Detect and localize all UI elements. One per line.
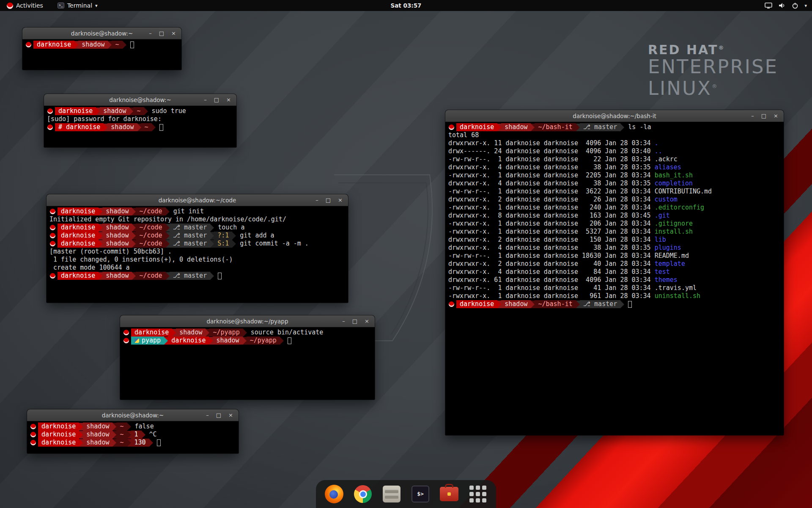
terminal-content[interactable]: darknoiseshadow~ falsedarknoiseshadow~1 …: [27, 421, 239, 453]
prompt-segment-status: 1: [131, 431, 142, 439]
prompt-line: darknoiseshadow~/code⎇ master: [49, 272, 345, 280]
maximize-button[interactable]: □: [352, 315, 357, 327]
maximize-button[interactable]: □: [326, 194, 331, 206]
close-button[interactable]: ×: [365, 315, 369, 327]
prompt-segment-host: shadow: [102, 272, 132, 280]
window-titlebar[interactable]: darknoise@shadow:~ – □ ×: [22, 28, 181, 39]
terminal-cursor: [288, 337, 291, 344]
prompt-segment-host: shadow: [213, 337, 242, 345]
minimize-button[interactable]: –: [342, 315, 345, 327]
powerline-separator: [210, 272, 214, 280]
command-text: touch a: [214, 224, 244, 232]
window-titlebar[interactable]: darknoise@shadow:~ – □ ×: [44, 94, 236, 106]
terminal-content[interactable]: darknoiseshadow~: [22, 39, 181, 70]
ls-metadata: -rwxrwxr-x. 1 darknoise darknoise 2205 J…: [448, 171, 655, 179]
terminal-content[interactable]: darknoiseshadow~/bash-it⎇ master ls -lat…: [445, 122, 784, 435]
ls-metadata: -rwxrwxr-x. 1 darknoise darknoise 206 Ja…: [448, 220, 655, 227]
command-text: git init: [170, 207, 204, 215]
close-button[interactable]: ×: [226, 94, 231, 106]
redhat-prompt-icon: [50, 273, 55, 279]
powerline-separator: [280, 337, 284, 345]
terminal-content[interactable]: darknoiseshadow~/code git initInitialize…: [47, 206, 348, 303]
powerline-separator: [99, 240, 102, 248]
terminal-content[interactable]: darknoiseshadow~ sudo true[sudo] passwor…: [44, 106, 236, 147]
prompt-segment-host: shadow: [83, 439, 112, 447]
powerline-separator: [206, 329, 209, 337]
powerline-separator: [79, 423, 83, 431]
dock-item-toolbox[interactable]: [439, 484, 459, 504]
powerline-separator: [132, 272, 136, 280]
clock[interactable]: Sat 03:57: [0, 2, 812, 9]
prompt-segment-host: shadow: [501, 300, 531, 308]
terminal-window[interactable]: darknoise@shadow:~ – □ × darknoiseshadow…: [27, 409, 239, 453]
powerline-separator: [144, 108, 148, 115]
dock-item-files[interactable]: [382, 484, 401, 504]
close-button[interactable]: ×: [774, 110, 778, 122]
redhat-prompt-icon: [123, 330, 129, 335]
terminal-content[interactable]: darknoiseshadow~/pyapp source bin/activa…: [120, 327, 375, 400]
powerline-separator: [172, 329, 176, 337]
close-button[interactable]: ×: [338, 194, 343, 206]
maximize-button[interactable]: □: [214, 94, 219, 106]
window-titlebar[interactable]: darknoise@shadow:~/bash-it – □ ×: [445, 110, 784, 122]
window-titlebar[interactable]: darknoise@shadow:~/code – □ ×: [47, 194, 348, 206]
chevron-down-icon[interactable]: ▾: [804, 3, 807, 8]
powerline-separator: [210, 224, 214, 232]
redhat-prompt-icon: [50, 209, 55, 214]
ls-metadata: drwxrwxr-x. 4 darknoise darknoise 38 Jan…: [448, 244, 655, 251]
dock-item-firefox[interactable]: [324, 484, 344, 504]
file-name: CONTRIBUTING.md: [655, 188, 712, 195]
prompt-line: darknoiseshadow~/pyapp source bin/activa…: [123, 329, 372, 337]
powerline-separator: [127, 431, 131, 439]
file-name: .travis.yml: [655, 284, 697, 292]
power-icon[interactable]: [792, 2, 798, 9]
close-button[interactable]: ×: [228, 409, 233, 421]
prompt-line: darknoiseshadow~/code⎇ masterS:1 git com…: [49, 240, 345, 248]
app-menu-terminal[interactable]: >_ Terminal ▾: [55, 0, 100, 11]
activities-button[interactable]: Activities: [4, 0, 46, 11]
maximize-button[interactable]: □: [159, 28, 164, 39]
file-name: aliases: [655, 163, 681, 171]
screen-icon[interactable]: [765, 2, 772, 9]
volume-icon[interactable]: [778, 2, 786, 9]
powerline-separator: [166, 224, 170, 232]
close-button[interactable]: ×: [171, 28, 176, 39]
powerline-separator: [99, 224, 102, 232]
prompt-line: darknoiseshadow~/code⎇ master?:1 git add…: [49, 232, 345, 240]
powerline-separator: [210, 240, 214, 248]
terminal-window[interactable]: darknoise@shadow:~/code – □ × darknoises…: [47, 194, 348, 303]
powerline-separator: [232, 240, 236, 248]
redhat-prompt-icon: [50, 233, 55, 238]
terminal-window[interactable]: darknoise@shadow:~ – □ × darknoiseshadow…: [22, 28, 181, 70]
terminal-window[interactable]: darknoise@shadow:~/bash-it – □ × darknoi…: [445, 110, 784, 435]
dock-item-terminal[interactable]: $>: [411, 484, 430, 504]
maximize-button[interactable]: □: [761, 110, 766, 122]
terminal-window[interactable]: darknoise@shadow:~/pyapp – □ × darknoise…: [120, 315, 375, 400]
window-titlebar[interactable]: darknoise@shadow:~/pyapp – □ ×: [120, 315, 375, 327]
dock-item-app-grid[interactable]: [468, 484, 488, 504]
powerline-separator: [74, 41, 78, 49]
window-titlebar[interactable]: darknoise@shadow:~ – □ ×: [27, 409, 239, 421]
prompt-segment-git: ⎇ master: [580, 300, 621, 308]
prompt-segment-path: ~: [141, 123, 152, 131]
minimize-button[interactable]: –: [149, 28, 152, 39]
redhat-prompt-icon: [123, 338, 129, 343]
terminal-window[interactable]: darknoise@shadow:~ – □ × darknoiseshadow…: [44, 94, 236, 147]
powerline-separator: [152, 124, 156, 131]
maximize-button[interactable]: □: [216, 409, 221, 421]
minimize-button[interactable]: –: [204, 94, 207, 106]
app-menu-label: Terminal: [67, 2, 92, 9]
file-name: template: [655, 260, 685, 268]
desktop: RED HAT® ENTERPRISE LINUX® Activities >_…: [0, 0, 812, 508]
minimize-button[interactable]: –: [206, 409, 209, 421]
prompt-segment-user: darknoise: [456, 300, 497, 308]
prompt-segment-host: shadow: [102, 240, 132, 248]
redhat-prompt-icon: [47, 108, 53, 114]
prompt-segment-host: shadow: [107, 123, 137, 131]
ls-entry: -rwxrwxr-x. 1 darknoise darknoise 206 Ja…: [448, 220, 781, 228]
command-text: ls -la: [624, 123, 651, 131]
dock-item-chrome[interactable]: [353, 484, 373, 504]
minimize-button[interactable]: –: [315, 194, 318, 206]
minimize-button[interactable]: –: [751, 110, 754, 122]
file-name: themes: [655, 276, 678, 284]
